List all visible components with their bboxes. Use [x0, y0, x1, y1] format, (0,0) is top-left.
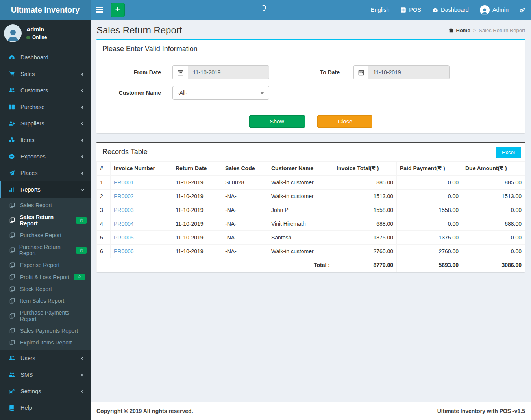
invoice-link[interactable]: PR0005: [114, 234, 134, 241]
to-date-input[interactable]: [368, 65, 450, 79]
avatar[interactable]: [4, 24, 22, 42]
sidebar-item[interactable]: Expenses: [0, 148, 91, 165]
chevron-left-icon: [80, 356, 85, 361]
close-button[interactable]: Close: [317, 115, 372, 128]
row-number: 1: [97, 175, 111, 190]
report-submenu-item[interactable]: Profit & Loss Report ☆: [0, 271, 91, 283]
menu-icon[interactable]: [91, 0, 108, 20]
report-submenu-item[interactable]: Sales Payments Report: [0, 325, 91, 337]
report-submenu-item[interactable]: Expense Report: [0, 259, 91, 271]
chevron-left-icon: [80, 105, 85, 109]
caret-down-icon: [260, 92, 264, 94]
grid-icon: [9, 104, 17, 110]
user-status: Online: [26, 35, 47, 40]
sidebar-item[interactable]: Settings: [0, 383, 91, 400]
report-submenu-item[interactable]: Expired Items Report: [0, 337, 91, 348]
sidebar-item[interactable]: Help: [0, 400, 91, 416]
bar-chart-icon: [9, 186, 17, 193]
invoice-link[interactable]: PR0006: [114, 248, 134, 254]
customer-name: Vinit Hiremath: [268, 217, 333, 231]
due-amount: 688.00: [462, 217, 525, 231]
paid-payment: 0.00: [397, 175, 462, 190]
cart-icon: [9, 71, 17, 77]
breadcrumb-separator: >: [473, 28, 476, 33]
show-button[interactable]: Show: [249, 115, 305, 128]
paper-plane-icon: [9, 170, 17, 176]
sidebar-item[interactable]: Sales: [0, 66, 91, 82]
navbar-right-menu: English POS Dashboard Admin: [365, 0, 531, 20]
sidebar-item[interactable]: Places: [0, 165, 91, 181]
pos-menu[interactable]: POS: [395, 0, 427, 20]
user-icon: [481, 7, 488, 15]
users-icon: [9, 355, 17, 361]
sidebar-item[interactable]: Suppliers: [0, 115, 91, 132]
excel-export-button[interactable]: Excel: [496, 147, 521, 158]
invoice-link[interactable]: PR0002: [114, 193, 134, 199]
column-header: Customer Name: [268, 162, 333, 176]
breadcrumb-home[interactable]: Home: [448, 28, 470, 33]
invoice-total: 2760.00: [333, 245, 397, 258]
dashboard-menu[interactable]: Dashboard: [427, 0, 474, 20]
calendar-icon[interactable]: [172, 65, 188, 79]
paid-payment: 1558.00: [397, 203, 462, 217]
settings-menu[interactable]: [514, 0, 531, 20]
language-menu[interactable]: English: [365, 0, 395, 20]
customer-name: Walk-in customer: [268, 190, 333, 203]
cubes-icon: [9, 137, 17, 143]
invoice-total: 1513.00: [333, 190, 397, 203]
add-button[interactable]: +: [111, 3, 125, 17]
chevron-left-icon: [80, 171, 85, 175]
sales-code: -NA-: [222, 245, 268, 258]
sales-code: -NA-: [222, 231, 268, 245]
paid-payment: 0.00: [397, 217, 462, 231]
user-icon: [6, 28, 20, 42]
sales-code: -NA-: [222, 217, 268, 231]
invoice-link[interactable]: PR0004: [114, 221, 134, 227]
from-date-label: From Date: [96, 69, 161, 76]
table-row: 5 PR0005 11-10-2019 -NA- Santosh 1375.00…: [97, 231, 525, 245]
chevron-down-icon: [80, 188, 85, 192]
sidebar-item[interactable]: Purchase: [0, 99, 91, 115]
copy-icon: [9, 232, 17, 238]
invoice-link[interactable]: PR0001: [114, 179, 134, 186]
report-submenu-item[interactable]: Sales Return Report ☆: [0, 211, 91, 229]
row-number: 6: [97, 245, 111, 258]
report-submenu-item[interactable]: Purchase Return Report ☆: [0, 241, 91, 259]
customer-name-label: Customer Name: [96, 90, 161, 96]
from-date-input[interactable]: [188, 65, 269, 79]
due-amount: 0.00: [462, 245, 525, 258]
return-date: 11-10-2019: [172, 190, 222, 203]
sidebar-item-reports[interactable]: Reports: [0, 181, 91, 198]
table-row: 3 PR0003 11-10-2019 -NA- John P 1558.00 …: [97, 203, 525, 217]
chevron-left-icon: [80, 373, 85, 377]
sidebar-item[interactable]: Dashboard: [0, 49, 91, 66]
sidebar-menu-bottom: Users SMS Settings Help: [0, 350, 91, 416]
sales-code: -NA-: [222, 190, 268, 203]
report-submenu-item[interactable]: Item Sales Report: [0, 295, 91, 307]
column-header: Sales Code: [222, 162, 268, 176]
invoice-link[interactable]: PR0003: [114, 207, 134, 213]
report-submenu-item[interactable]: Sales Report: [0, 199, 91, 211]
report-submenu-item[interactable]: Stock Report: [0, 283, 91, 295]
customer-name: Walk-in customer: [268, 175, 333, 190]
copy-icon: [9, 298, 17, 304]
report-submenu-item[interactable]: Purchase Report: [0, 229, 91, 241]
calendar-icon[interactable]: [353, 65, 368, 79]
report-submenu-item[interactable]: Purchase Payments Report: [0, 307, 91, 325]
sidebar-item[interactable]: Customers: [0, 82, 91, 99]
total-due: 3086.00: [462, 258, 525, 272]
content-wrapper: Sales Return Report Home > Sales Return …: [91, 20, 531, 420]
copy-icon: [9, 313, 17, 319]
reports-submenu: Sales Report Sales Return Report ☆ Purc: [0, 198, 91, 350]
sidebar-item[interactable]: SMS: [0, 367, 91, 383]
brand-logo[interactable]: Ultimate Inventory: [0, 0, 91, 20]
user-menu[interactable]: Admin: [474, 0, 514, 20]
customer-select[interactable]: -All-: [172, 86, 269, 100]
due-amount: 0.00: [462, 203, 525, 217]
plus-square-icon: [400, 7, 406, 13]
sidebar-item[interactable]: Users: [0, 350, 91, 367]
sidebar-item[interactable]: Items: [0, 132, 91, 148]
online-dot-icon: [26, 36, 30, 39]
row-number: 4: [97, 217, 111, 231]
tachometer-icon: [432, 7, 438, 13]
